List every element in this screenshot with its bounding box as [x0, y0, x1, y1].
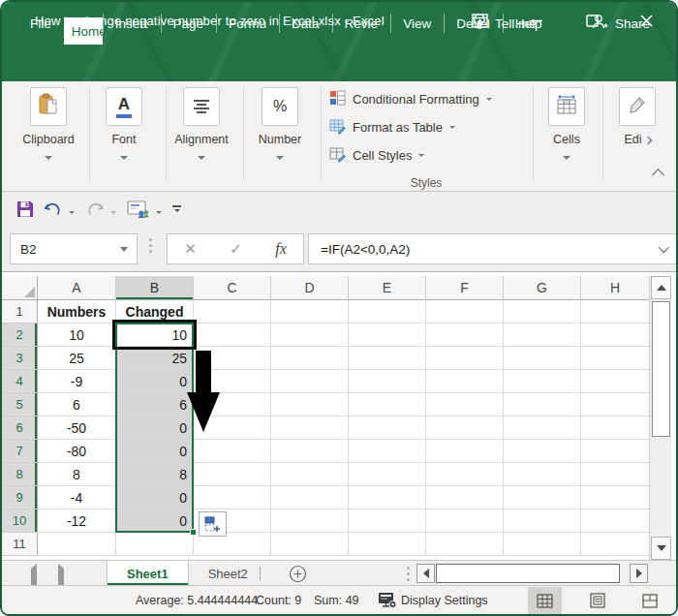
cell-A10[interactable]: -12 [38, 509, 116, 533]
cell-A7[interactable]: -80 [38, 440, 116, 463]
cell-A3[interactable]: 25 [38, 347, 116, 370]
cell-D2[interactable] [271, 323, 349, 347]
cell-E3[interactable] [349, 347, 426, 370]
autofill-options-button[interactable] [199, 511, 227, 537]
row-header-10[interactable]: 10 [2, 509, 38, 533]
editing-group-button[interactable]: Edi [608, 87, 666, 146]
row-header-6[interactable]: 6 [2, 416, 38, 440]
cell-G1[interactable] [504, 300, 581, 323]
cell-D1[interactable] [271, 300, 349, 323]
formula-input[interactable]: =IF(A2<0,0,A2) [308, 233, 676, 264]
cell-D4[interactable] [271, 370, 349, 393]
view-page-break-button[interactable] [632, 587, 666, 614]
cell-E2[interactable] [349, 323, 426, 347]
tell-me[interactable]: Tell me [473, 2, 537, 45]
view-page-layout-button[interactable] [580, 587, 614, 614]
cell-D11[interactable] [271, 533, 349, 556]
cell-A8[interactable]: 8 [38, 463, 116, 486]
column-header-F[interactable]: F [426, 276, 504, 300]
cell-D7[interactable] [271, 440, 349, 463]
select-all-corner[interactable] [2, 276, 38, 300]
cell-F10[interactable] [426, 509, 504, 533]
cell-F4[interactable] [426, 370, 504, 393]
sheet-tab-sheet1[interactable]: Sheet1 [107, 561, 189, 586]
display-settings-icon[interactable] [378, 586, 397, 615]
cell-F1[interactable] [426, 300, 504, 323]
cell-F11[interactable] [426, 533, 504, 556]
cell-E1[interactable] [349, 300, 426, 323]
new-sheet-button[interactable] [289, 565, 307, 587]
tab-insert[interactable]: Insert [103, 2, 161, 45]
cell-E5[interactable] [349, 393, 426, 416]
redo-dropdown-chevron[interactable] [110, 211, 116, 214]
share-button[interactable]: Share [591, 2, 650, 45]
cell-F7[interactable] [426, 440, 504, 463]
cell-H8[interactable] [581, 463, 650, 486]
cell-B9[interactable]: 0 [116, 486, 194, 509]
conditional-formatting-button[interactable]: Conditional Formatting [329, 85, 533, 113]
save-button[interactable] [12, 197, 39, 222]
cell-H4[interactable] [581, 370, 650, 393]
cell-C5[interactable] [194, 393, 271, 416]
row-header-8[interactable]: 8 [2, 463, 38, 486]
cell-F9[interactable] [426, 486, 504, 509]
column-header-D[interactable]: D [271, 276, 349, 300]
cell-F5[interactable] [426, 393, 504, 416]
tab-data[interactable]: Data [279, 2, 332, 45]
cell-H7[interactable] [581, 440, 650, 463]
cell-B11[interactable] [116, 533, 194, 556]
cell-D5[interactable] [271, 393, 349, 416]
formula-bar-drag-dots[interactable] [149, 238, 152, 253]
cell-C3[interactable] [194, 347, 271, 370]
cell-G3[interactable] [504, 347, 581, 370]
row-header-4[interactable]: 4 [2, 370, 38, 393]
cell-H9[interactable] [581, 486, 650, 509]
cell-H3[interactable] [581, 347, 650, 370]
cell-C4[interactable] [194, 370, 271, 393]
cell-G8[interactable] [504, 463, 581, 486]
row-header-5[interactable]: 5 [2, 393, 38, 416]
cell-E9[interactable] [349, 486, 426, 509]
cell-H10[interactable] [581, 509, 650, 533]
cell-E6[interactable] [349, 416, 426, 440]
tab-formu[interactable]: Formu [216, 2, 279, 45]
format-as-table-button[interactable]: Format as Table [329, 113, 533, 141]
tab-home[interactable]: Home [64, 17, 103, 45]
scroll-left-button[interactable] [416, 564, 435, 583]
row-header-7[interactable]: 7 [2, 440, 38, 463]
display-settings-label[interactable]: Display Settings [401, 586, 488, 615]
vertical-scroll-thumb[interactable] [652, 301, 670, 437]
alignment-group-button[interactable]: Alignment [171, 87, 231, 164]
cell-C9[interactable] [194, 486, 271, 509]
scroll-up-button[interactable] [651, 276, 671, 299]
row-header-11[interactable]: 11 [2, 533, 38, 556]
cell-D6[interactable] [271, 416, 349, 440]
cell-B10[interactable]: 0 [116, 509, 194, 533]
cell-G11[interactable] [504, 533, 581, 556]
row-header-2[interactable]: 2 [2, 323, 38, 347]
font-group-button[interactable]: A Font [94, 87, 154, 164]
cell-F2[interactable] [426, 323, 504, 347]
cell-B2[interactable]: 10 [116, 323, 194, 347]
cell-E8[interactable] [349, 463, 426, 486]
cell-C6[interactable] [194, 416, 271, 440]
customize-qat-button[interactable] [168, 197, 186, 222]
mail-dropdown-chevron[interactable] [156, 211, 162, 214]
cell-H11[interactable] [581, 533, 650, 556]
undo-dropdown-chevron[interactable] [69, 211, 75, 214]
cell-B3[interactable]: 25 [116, 347, 194, 370]
fill-handle[interactable] [190, 529, 197, 536]
column-header-G[interactable]: G [504, 276, 581, 300]
redo-button[interactable] [80, 197, 109, 222]
column-header-H[interactable]: H [581, 276, 650, 300]
enter-icon[interactable]: ✓ [230, 240, 242, 258]
column-header-A[interactable]: A [38, 276, 116, 300]
cell-C7[interactable] [194, 440, 271, 463]
mail-contacts-button[interactable] [122, 197, 155, 222]
cell-C2[interactable] [194, 323, 271, 347]
row-header-9[interactable]: 9 [2, 486, 38, 509]
cell-D3[interactable] [271, 347, 349, 370]
collapse-ribbon-icon[interactable] [652, 169, 664, 181]
tab-revie[interactable]: Revie [332, 2, 391, 45]
cell-G10[interactable] [504, 509, 581, 533]
